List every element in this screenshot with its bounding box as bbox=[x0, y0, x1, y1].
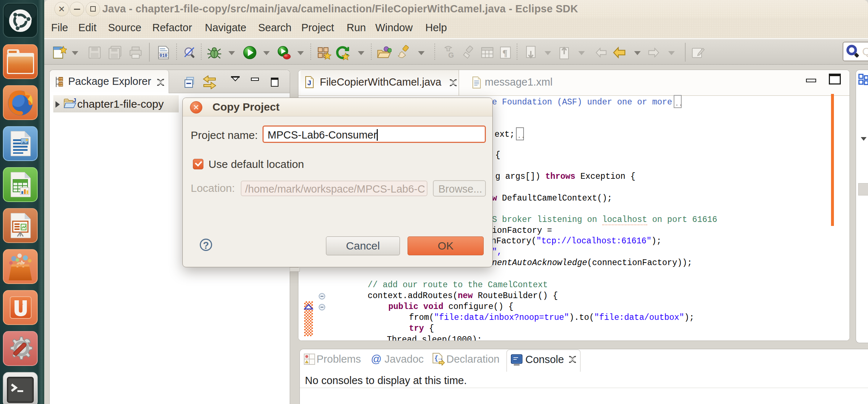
svg-text:J: J bbox=[307, 79, 311, 87]
svg-text:¶: ¶ bbox=[503, 48, 508, 58]
svg-text:{→: {→ bbox=[434, 355, 442, 362]
svg-text:J: J bbox=[73, 98, 77, 104]
svg-text:G: G bbox=[448, 51, 454, 59]
svg-text:010: 010 bbox=[160, 53, 167, 58]
